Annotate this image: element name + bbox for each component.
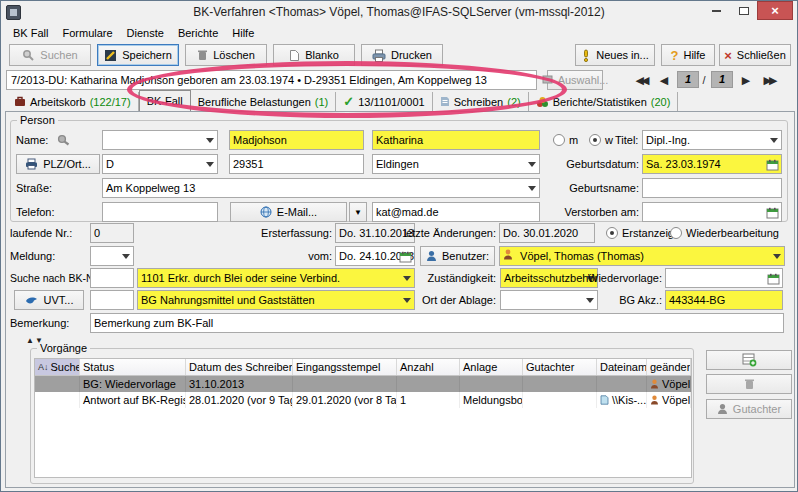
column-header-eingang[interactable]: Eingangsstempel <box>293 359 397 375</box>
email-field[interactable]: kat@mad.de <box>372 202 540 222</box>
add-row-button[interactable] <box>706 350 792 370</box>
dropdown-arrow-icon <box>524 155 539 173</box>
bk-number-field[interactable] <box>90 268 134 288</box>
new-items-button[interactable]: Neues in... <box>575 44 655 66</box>
phone-label: Telefon: <box>16 202 55 222</box>
country-select[interactable]: D <box>102 154 218 174</box>
tab-bk-fall[interactable]: BK-Fall <box>139 90 191 111</box>
menu-bk-fall[interactable]: BK Fall <box>6 26 55 42</box>
tab-berufliche-belastungen[interactable]: Berufliche Belastungen (1) <box>191 92 337 111</box>
user-button[interactable]: Benutzer: <box>420 246 495 266</box>
gutachter-button[interactable]: Gutachter <box>706 399 792 419</box>
column-header-dateiname[interactable]: Dateiname <box>597 359 647 375</box>
from-date-field[interactable]: Do. 24.10.2013 <box>335 246 415 266</box>
print-button[interactable]: Drucken <box>361 44 443 66</box>
radio-female[interactable]: w <box>589 130 613 150</box>
column-header-anzahl[interactable]: Anzahl <box>397 359 460 375</box>
search-button[interactable]: Suchen <box>9 44 91 66</box>
bk-disease-select[interactable]: 1101 Erkr. durch Blei oder seine Verbind… <box>137 268 415 288</box>
remark-field[interactable]: Bemerkung zum BK-Fall <box>90 313 784 333</box>
menu-dienste[interactable]: Dienste <box>120 26 171 42</box>
calendar-icon[interactable] <box>767 272 780 288</box>
close-x-icon: × <box>724 48 732 63</box>
menu-berichte[interactable]: Berichte <box>171 26 225 42</box>
title-select[interactable]: Dipl.-Ing. <box>642 130 782 150</box>
dropdown-arrow-icon <box>769 247 784 265</box>
tab-berichte-statistiken[interactable]: Berichte/Statistiken (20) <box>529 92 679 111</box>
zip-field[interactable]: 29351 <box>229 154 364 174</box>
tab-arbeitskorb[interactable]: Arbeitskorb (122/17) <box>7 92 139 111</box>
table-row-selected[interactable]: BG: Wiedervorlage 31.10.2013 Vöpel,... <box>35 376 691 392</box>
pager-prev-button[interactable]: ◀ <box>657 71 671 89</box>
deceased-field[interactable] <box>642 202 782 222</box>
column-header-geaendert[interactable]: geänder... <box>647 359 691 375</box>
serial-number-label: laufende Nr.: <box>10 223 72 243</box>
close-button[interactable]: × <box>757 1 793 20</box>
user-icon <box>426 250 437 262</box>
city-select[interactable]: Eldingen <box>372 154 540 174</box>
plz-ort-button[interactable]: PLZ/Ort... <box>16 154 100 174</box>
firstname-field[interactable]: Katharina <box>372 130 540 150</box>
radio-rework[interactable]: Wiederbearbeitung <box>670 223 779 243</box>
deceased-label: Verstorben am: <box>549 202 639 222</box>
trash-icon <box>744 378 755 390</box>
pager-next-button[interactable]: ▶ <box>739 71 753 89</box>
app-window: BK-Verfahren <Thomas> Vöpel, Thomas@IFAS… <box>0 0 798 492</box>
radio-first-report[interactable]: Erstanzeige <box>606 223 680 243</box>
person-icon <box>650 395 659 405</box>
bg-file-field[interactable]: 443344-BG <box>665 290 783 310</box>
menu-hilfe[interactable]: Hilfe <box>225 26 261 42</box>
save-icon <box>104 49 117 62</box>
delete-row-button[interactable] <box>706 374 792 394</box>
user-select[interactable]: Vöpel, Thomas (Thomas) <box>499 246 785 266</box>
calendar-icon[interactable] <box>766 158 779 174</box>
pager-last-button[interactable]: ▶▶ <box>757 71 781 89</box>
menu-formulare[interactable]: Formulare <box>55 26 119 42</box>
maximize-button[interactable] <box>730 1 757 20</box>
blank-button[interactable]: Blanko <box>273 44 355 66</box>
blank-page-icon <box>289 49 300 62</box>
uvt-bg-select[interactable]: BG Nahrungsmittel und Gaststätten <box>137 290 415 310</box>
close-form-button[interactable]: × Schließen <box>719 44 791 66</box>
resubmission-field[interactable] <box>665 268 783 288</box>
column-header-datum[interactable]: Datum des Schreibens <box>186 359 293 375</box>
uvt-code-field[interactable] <box>90 290 134 310</box>
help-button[interactable]: ? Hilfe <box>661 44 715 66</box>
uvt-button[interactable]: UVT... <box>14 290 84 310</box>
grid-header: A↓Suche Status Datum des Schreibens Eing… <box>35 359 691 376</box>
table-row[interactable]: Antwort auf BK-Register 28.01.2020 (vor … <box>35 392 691 408</box>
email-dropdown-button[interactable]: ▼ <box>349 202 367 222</box>
dropdown-arrow-icon <box>202 131 217 149</box>
statistics-icon <box>536 96 549 108</box>
pager-first-button[interactable]: ◀◀ <box>629 71 653 89</box>
calendar-icon[interactable] <box>399 250 412 266</box>
resubmission-label: Wiedervorlage: <box>566 268 662 288</box>
bk-fall-panel: Person Name: Madjohson Katharina m w Tit… <box>5 111 795 488</box>
help-icon: ? <box>671 48 679 63</box>
close-icon: × <box>771 3 779 18</box>
birthname-field[interactable] <box>642 178 782 198</box>
lastname-field[interactable]: Madjohson <box>229 130 364 150</box>
vorgaenge-grid: A↓Suche Status Datum des Schreibens Eing… <box>34 358 692 478</box>
save-button[interactable]: Speichern <box>97 44 179 66</box>
tab-aktenzeichen[interactable]: ✓ 13/1101/0001 <box>336 92 432 111</box>
column-header-anlage[interactable]: Anlage <box>460 359 523 375</box>
name-prefix-select[interactable] <box>102 130 218 150</box>
delete-button[interactable]: Löschen <box>185 44 267 66</box>
street-field[interactable]: Am Koppelweg 13 <box>102 178 540 198</box>
tab-schreiben[interactable]: Schreiben (2) <box>433 92 529 111</box>
report-select[interactable] <box>90 246 134 266</box>
radio-male[interactable]: m <box>553 130 578 150</box>
phone-field[interactable] <box>102 202 218 222</box>
minimize-button[interactable] <box>703 1 730 20</box>
column-header-suche[interactable]: A↓Suche <box>35 359 80 375</box>
page-current[interactable]: 1 <box>677 71 699 88</box>
selection-button[interactable]: Auswahl... <box>547 70 603 90</box>
column-header-gutachter[interactable]: Gutachter <box>523 359 597 375</box>
birthdate-field[interactable]: Sa. 23.03.1974 <box>642 154 782 174</box>
column-header-status[interactable]: Status <box>80 359 186 375</box>
dropdown-arrow-icon <box>399 291 414 309</box>
calendar-icon[interactable] <box>766 206 779 222</box>
last-change-label: letzte Änderungen: <box>402 223 496 243</box>
email-button[interactable]: E-Mail... <box>230 202 347 222</box>
